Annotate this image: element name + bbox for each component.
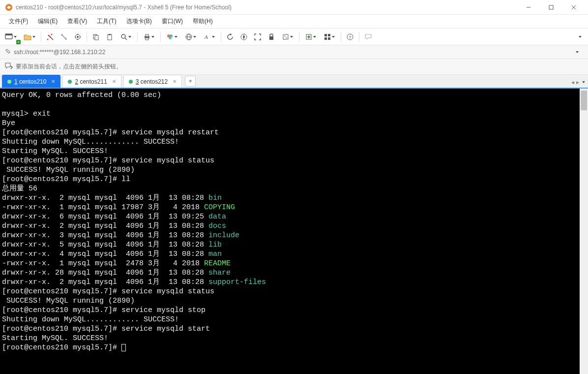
fullscreen-button[interactable]: [251, 31, 264, 43]
chevron-down-icon[interactable]: [582, 81, 585, 83]
find-button[interactable]: [117, 31, 135, 43]
address-text[interactable]: ssh://root:******@192.168.1.210:22: [14, 49, 567, 56]
addrbar-overflow-button[interactable]: [570, 46, 583, 59]
properties-button[interactable]: [71, 31, 84, 43]
toolbar-overflow-button[interactable]: [573, 31, 586, 43]
session-tab[interactable]: 3 centos212✕: [123, 75, 182, 88]
tab-next-icon[interactable]: ▸: [576, 79, 579, 86]
app-icon: [5, 3, 13, 11]
layout-button[interactable]: [321, 31, 338, 43]
chevron-down-icon: [290, 36, 293, 38]
svg-point-8: [65, 38, 67, 40]
menu-edit[interactable]: 编辑(E): [34, 15, 61, 28]
scroll-thumb[interactable]: [581, 91, 587, 110]
svg-rect-31: [286, 37, 288, 39]
compass-button[interactable]: [237, 31, 250, 43]
tab-bar: 1 centos210✕2 centos211✕3 centos212✕ + ◂…: [0, 75, 588, 89]
svg-point-7: [61, 34, 63, 36]
scrollbar[interactable]: [580, 89, 588, 374]
hint-text: 要添加当前会话，点击左侧的箭头按钮。: [16, 62, 122, 71]
help-button[interactable]: ?: [344, 31, 356, 43]
menu-tabs[interactable]: 选项卡(B): [122, 15, 156, 28]
transparency-button[interactable]: [279, 31, 296, 43]
reconnect-button[interactable]: [44, 31, 57, 43]
terminal-line: drwxr-xr-x. 5 mysql mysql 4096 1月 13 08:…: [2, 240, 579, 249]
close-tab-icon[interactable]: ✕: [112, 79, 116, 84]
separator: [160, 32, 161, 42]
terminal-line: drwxr-xr-x. 2 mysql mysql 4096 1月 13 08:…: [2, 193, 579, 203]
menu-tools[interactable]: 工具(T): [93, 15, 120, 28]
disconnect-button[interactable]: [58, 31, 70, 43]
session-tab[interactable]: 1 centos210✕: [2, 75, 60, 88]
svg-rect-12: [95, 35, 98, 40]
terminal-line: SUCCESS! MySQL running (2890): [2, 165, 579, 175]
minimize-button[interactable]: [517, 0, 540, 15]
terminal-line: [root@centos210 mysql5.7]#: [2, 343, 579, 352]
paste-button[interactable]: [103, 31, 116, 43]
terminal-line: drwxr-xr-x. 28 mysql mysql 4096 1月 13 08…: [2, 268, 579, 278]
close-tab-icon[interactable]: ✕: [51, 79, 55, 84]
chevron-down-icon: [193, 36, 196, 38]
separator: [359, 32, 359, 42]
close-tab-icon[interactable]: ✕: [173, 79, 176, 84]
chevron-down-icon: [151, 36, 154, 38]
svg-rect-35: [324, 34, 327, 36]
terminal-line: -rwxr-xr-x. 1 mysql mysql 17987 3月 4 201…: [2, 203, 579, 212]
terminal-line: Bye: [2, 119, 579, 128]
globe-button[interactable]: [182, 31, 200, 43]
lock-button[interactable]: [265, 31, 278, 43]
svg-rect-18: [146, 34, 148, 36]
menubar: 文件(F) 编辑(E) 查看(V) 工具(T) 选项卡(B) 窗口(W) 帮助(…: [0, 15, 588, 29]
add-tab-button[interactable]: +: [185, 76, 196, 87]
tab-nav: ◂ ▸: [571, 79, 585, 86]
new-session-button[interactable]: +: [2, 31, 20, 43]
svg-rect-6: [5, 34, 12, 35]
svg-rect-28: [269, 36, 273, 40]
chevron-down-icon: [128, 36, 131, 38]
chevron-down-icon: [32, 36, 35, 38]
tab-prev-icon[interactable]: ◂: [571, 79, 574, 86]
toolbar: + A ?: [0, 29, 588, 45]
close-button[interactable]: [562, 0, 585, 15]
separator: [299, 32, 299, 42]
menu-help[interactable]: 帮助(H): [189, 15, 217, 28]
chevron-down-icon: [332, 36, 335, 38]
print-button[interactable]: [140, 31, 158, 43]
plus-badge-icon: +: [16, 40, 21, 44]
color-scheme-button[interactable]: [163, 31, 181, 43]
refresh-button[interactable]: [224, 31, 236, 43]
menu-file[interactable]: 文件(F): [5, 15, 32, 28]
chevron-down-icon: [212, 36, 215, 38]
terminal-line: [root@centos210 mysql5.7]# service mysql…: [2, 306, 579, 315]
svg-rect-36: [328, 34, 330, 36]
new-tab-button[interactable]: [302, 31, 320, 43]
terminal-line: Query OK, 0 rows affected (0.00 sec): [2, 91, 579, 100]
separator: [341, 32, 341, 42]
status-dot-icon: [129, 80, 133, 84]
terminal-line: Shutting down MySQL............ SUCCESS!: [2, 137, 579, 147]
chevron-down-icon: [313, 36, 316, 38]
terminal-line: drwxr-xr-x. 2 mysql mysql 4096 1月 13 08:…: [2, 278, 579, 287]
terminal[interactable]: Query OK, 0 rows affected (0.00 sec) mys…: [0, 89, 588, 374]
separator: [41, 32, 41, 42]
terminal-line: [root@centos210 mysql5.7]# service mysql…: [2, 324, 579, 334]
terminal-line: Starting MySQL. SUCCESS!: [2, 334, 579, 343]
status-dot-icon: [68, 80, 72, 84]
open-button[interactable]: [21, 31, 38, 43]
svg-point-15: [121, 34, 125, 38]
separator: [137, 32, 138, 42]
terminal-line: drwxr-xr-x. 3 mysql mysql 4096 1月 13 08:…: [2, 231, 579, 240]
maximize-button[interactable]: [540, 0, 562, 15]
tab-label: 1 centos210: [14, 78, 46, 85]
font-button[interactable]: A: [201, 31, 218, 43]
copy-button[interactable]: [89, 31, 102, 43]
status-dot-icon: [7, 80, 11, 84]
cursor: [121, 344, 126, 351]
chat-button[interactable]: [362, 31, 375, 43]
menu-window[interactable]: 窗口(W): [158, 15, 187, 28]
terminal-line: [root@centos210 mysql5.7]# ll: [2, 175, 579, 184]
menu-view[interactable]: 查看(V): [63, 15, 91, 28]
terminal-line: -rwxr-xr-x. 1 mysql mysql 2478 3月 4 2018…: [2, 259, 579, 268]
session-tab[interactable]: 2 centos211✕: [62, 75, 121, 88]
add-session-icon[interactable]: [5, 62, 13, 71]
